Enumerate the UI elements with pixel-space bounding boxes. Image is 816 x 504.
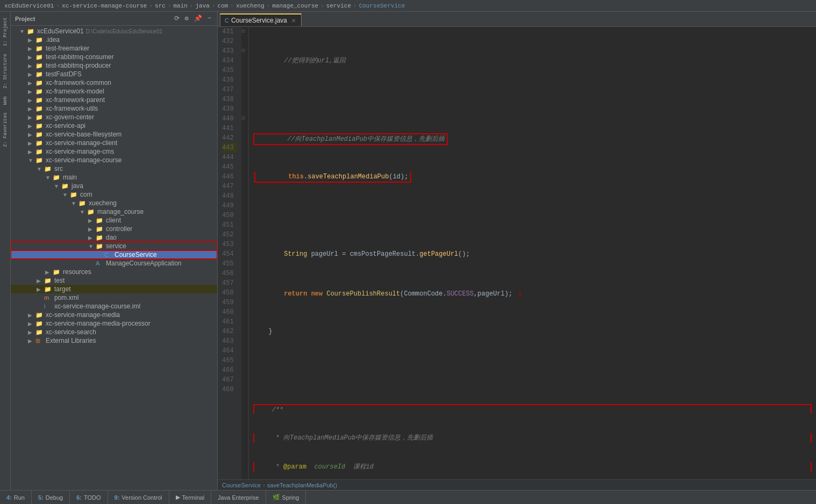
tree-root[interactable]: ▼ 📁 xcEduService01 D:\Code\xcEdu\xcEduSe… <box>11 27 217 35</box>
code-lines[interactable]: //把得到的url,返回 //向TeachplanMediaPub中保存媒资信息… <box>249 27 816 479</box>
tree-pom[interactable]: m pom.xml <box>11 293 217 302</box>
breadcrumb-project[interactable]: xcEduService01 <box>4 3 54 9</box>
folder-icon: 📁 <box>35 37 44 44</box>
breadcrumb-com[interactable]: com <box>218 3 228 9</box>
tab-todo[interactable]: 6: TODO <box>70 491 108 504</box>
ln-446: 446 <box>222 172 237 182</box>
ln-461: 461 <box>222 317 237 327</box>
vtab-project[interactable]: 1: Project <box>1 14 10 49</box>
tree-service[interactable]: ▼ 📁 service <box>11 242 217 250</box>
tree-xc-framework-model[interactable]: ▶ 📁 xc-framework-model <box>11 87 217 96</box>
run-label: Run <box>14 494 25 501</box>
label: com <box>80 191 92 198</box>
vtab-structure[interactable]: 2: Structure <box>1 51 10 92</box>
arrow: ▶ <box>28 123 35 129</box>
breadcrumb-class[interactable]: CourseService <box>359 3 405 9</box>
tree-idea[interactable]: ▶ 📁 .idea <box>11 35 217 44</box>
tab-terminal[interactable]: ▶ Terminal <box>169 491 212 504</box>
tree-src[interactable]: ▼ 📁 src <box>11 164 217 173</box>
folder-icon: 📁 <box>27 28 35 35</box>
tree-xc-service-manage-cms[interactable]: ▶ 📁 xc-service-manage-cms <box>11 147 217 156</box>
tree-xc-framework-utils[interactable]: ▶ 📁 xc-framework-utils <box>11 104 217 113</box>
tree-xc-framework-common[interactable]: ▶ 📁 xc-framework-common <box>11 78 217 87</box>
ln-447: 447 <box>222 182 237 191</box>
tree-xc-service-manage-media[interactable]: ▶ 📁 xc-service-manage-media <box>11 311 217 319</box>
tab-label: CourseService.java <box>231 17 287 24</box>
tree-resources[interactable]: ▶ 📁 resources <box>11 268 217 276</box>
tab-debug[interactable]: 5: Debug <box>32 491 70 504</box>
arrow: ▶ <box>28 312 35 318</box>
tree-xc-service-base-filesystem[interactable]: ▶ 📁 xc-service-base-filesystem <box>11 130 217 139</box>
breadcrumb-java[interactable]: java <box>196 3 210 9</box>
folder-icon: 📁 <box>35 114 44 121</box>
label: xc-service-search <box>46 328 96 336</box>
ln-467: 467 <box>222 375 237 385</box>
ln-455: 455 <box>222 259 237 269</box>
tree-com[interactable]: ▼ 📁 com <box>11 190 217 199</box>
tab-spring[interactable]: 🌿 Spring <box>266 491 306 504</box>
tree-iml[interactable]: i xc-service-manage-course.iml <box>11 302 217 311</box>
ln-451: 451 <box>222 220 237 230</box>
ln-453: 453 <box>222 240 237 249</box>
pin-icon[interactable]: 📌 <box>192 14 204 23</box>
left-vertical-tabs: 1: Project 2: Structure Web 2: Favorites <box>0 12 11 490</box>
tree-xc-govern-center[interactable]: ▶ 📁 xc-govern-center <box>11 113 217 121</box>
label: java <box>71 182 83 190</box>
breadcrumb-bar: xcEduService01 › xc-service-manage-cours… <box>0 0 816 12</box>
ln-434: 434 <box>222 56 237 66</box>
tree-xc-framework-parent[interactable]: ▶ 📁 xc-framework-parent <box>11 96 217 104</box>
breadcrumb-service[interactable]: service <box>326 3 351 9</box>
tree-test[interactable]: ▶ 📁 test <box>11 276 217 285</box>
tree-xc-service-manage-media-processor[interactable]: ▶ 📁 xc-service-manage-media-processor <box>11 319 217 328</box>
label: xc-framework-model <box>46 88 104 95</box>
tree-manage-course-app[interactable]: A ManageCourseApplication <box>11 259 217 268</box>
folder-icon: 📁 <box>35 105 44 112</box>
code-editor[interactable]: 431 432 433 434 435 436 437 438 439 440 … <box>218 27 816 479</box>
tab-version-control[interactable]: 9: Version Control <box>108 491 169 504</box>
tree-courseservice[interactable]: C CourseService <box>11 250 217 259</box>
tree-xc-service-api[interactable]: ▶ 📁 xc-service-api <box>11 121 217 130</box>
vtab-favorites[interactable]: 2: Favorites <box>1 109 10 150</box>
tree-target[interactable]: ▶ 📁 target <box>11 285 217 293</box>
tree-client[interactable]: ▶ 📁 client <box>11 216 217 225</box>
tree-dao[interactable]: ▶ 📁 dao <box>11 233 217 242</box>
tree-controller[interactable]: ▶ 📁 controller <box>11 225 217 233</box>
folder-icon: 📁 <box>35 131 44 138</box>
breadcrumb-main[interactable]: main <box>174 3 188 9</box>
tree-test-freemarker[interactable]: ▶ 📁 test-freemarker <box>11 44 217 53</box>
code-line-433: //向TeachplanMediaPub中保存媒资信息，先删后插 <box>253 133 812 143</box>
tree-external-libraries[interactable]: ▶ ⊞ External Libraries <box>11 336 217 345</box>
tree-java[interactable]: ▼ 📁 java <box>11 182 217 190</box>
folder-icon: 📁 <box>35 312 44 319</box>
tab-java-enterprise[interactable]: Java Enterprise <box>211 491 266 504</box>
vtab-web[interactable]: Web <box>1 93 10 108</box>
breadcrumb-xuecheng[interactable]: xuecheng <box>236 3 264 9</box>
tree-xc-service-manage-client[interactable]: ▶ 📁 xc-service-manage-client <box>11 139 217 147</box>
ln-468: 468 <box>222 385 237 394</box>
arrow: ▶ <box>28 71 35 77</box>
arrow: ▶ <box>28 46 35 52</box>
tree-xuecheng[interactable]: ▼ 📁 xuecheng <box>11 199 217 207</box>
settings-icon[interactable]: ⚙ <box>183 14 190 23</box>
minimize-icon[interactable]: − <box>206 14 213 23</box>
editor-tab-courseservice[interactable]: C CourseService.java ✕ <box>220 13 302 26</box>
tree-xc-service-search[interactable]: ▶ 📁 xc-service-search <box>11 328 217 336</box>
iml-icon: i <box>44 303 53 309</box>
code-line-440: /** <box>253 404 812 414</box>
tree-xc-service-manage-course[interactable]: ▼ 📁 xc-service-manage-course <box>11 156 217 164</box>
breadcrumb-src[interactable]: src <box>155 3 166 9</box>
tree-main[interactable]: ▼ 📁 main <box>11 173 217 182</box>
sync-icon[interactable]: ⟳ <box>173 14 181 23</box>
ln-454: 454 <box>222 249 237 259</box>
sidebar-header: Project ⟳ ⚙ 📌 − <box>11 12 217 26</box>
breadcrumb-module[interactable]: xc-service-manage-course <box>62 3 147 9</box>
breadcrumb-manage-course[interactable]: manage_course <box>272 3 318 9</box>
label: xc-service-manage-course.iml <box>54 303 140 310</box>
tree-test-rabbitmq-producer[interactable]: ▶ 📁 test-rabbitmq-producer <box>11 61 217 70</box>
tree-manage-course[interactable]: ▼ 📁 manage_course <box>11 207 217 216</box>
ln-457: 457 <box>222 278 237 288</box>
tree-test-rabbitmq-consumer[interactable]: ▶ 📁 test-rabbitmq-consumer <box>11 53 217 61</box>
tab-run[interactable]: 4: Run <box>0 491 32 504</box>
tree-testfastdfs[interactable]: ▶ 📁 testFastDFS <box>11 70 217 78</box>
tab-close-btn[interactable]: ✕ <box>291 18 296 24</box>
